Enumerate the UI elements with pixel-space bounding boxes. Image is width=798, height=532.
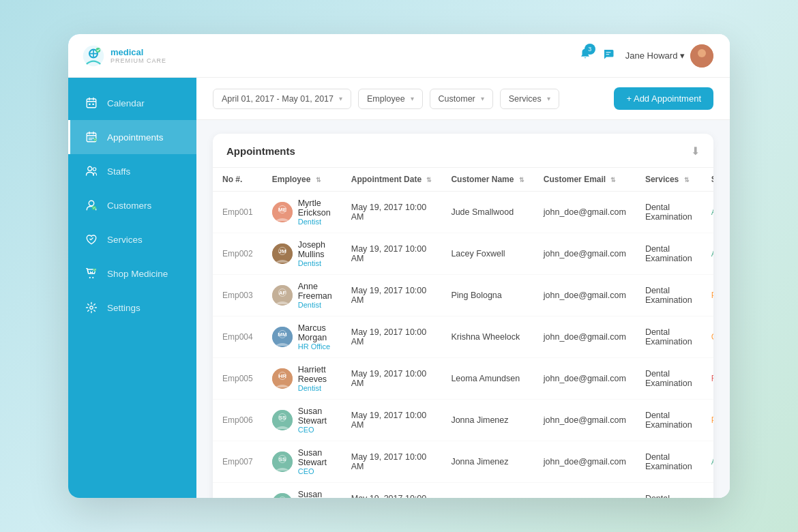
- notification-badge: 3: [585, 44, 595, 55]
- sidebar-item-label: Calendar: [107, 98, 145, 108]
- main-content: 3 Jane Howard ▾: [196, 34, 730, 498]
- emp-no: Emp004: [222, 332, 253, 342]
- add-appointment-button[interactable]: + Add Appointment: [614, 87, 713, 110]
- svg-text:ME: ME: [278, 207, 287, 213]
- status-badge: Pending: [711, 291, 713, 300]
- shop-icon: [84, 266, 99, 281]
- emp-role: CEO: [298, 426, 332, 434]
- emp-no-cell: Emp001: [213, 192, 263, 233]
- emp-role: Dentist: [298, 218, 332, 226]
- col-services: Services ⇅: [636, 168, 702, 192]
- header: 3 Jane Howard ▾: [196, 34, 730, 78]
- services-cell: Dental Examination: [636, 233, 702, 275]
- calendar-icon: [84, 95, 99, 110]
- employee-cell: AF Anne Freeman Dentist: [263, 275, 342, 316]
- sidebar-item-shop[interactable]: Shop Medicine: [68, 256, 196, 291]
- download-icon[interactable]: ⬇: [691, 145, 700, 158]
- table-row: Emp006 SS Susan Stewart CEO May 19, 2017…: [213, 400, 713, 441]
- table-row: Emp005 HR Harriett Reeves Dentist May 19…: [213, 358, 713, 400]
- employee-cell: JM Joseph Mullins Dentist: [263, 233, 342, 275]
- table-row: Emp001 ME Myrtle Erickson Dentist May 19…: [213, 192, 713, 233]
- services-filter-value: Services: [509, 94, 542, 104]
- sidebar-item-customers[interactable]: Customers: [68, 188, 196, 222]
- emp-no-cell: Emp008: [213, 483, 263, 499]
- emp-no-cell: Emp003: [213, 275, 263, 316]
- content-area: Appointments ⬇ No #. Employee ⇅ Appointm…: [196, 120, 730, 498]
- customer-email-cell: john_doe@gmail.com: [534, 275, 636, 316]
- emp-role: Dentist: [298, 259, 332, 267]
- date-range-filter[interactable]: April 01, 2017 - May 01, 2017 ▾: [213, 89, 351, 109]
- customer-email-cell: john_doe@gmail.com: [534, 233, 636, 275]
- sidebar-item-services[interactable]: Services: [68, 222, 196, 256]
- status-cell: Pending: [702, 400, 713, 441]
- employee-cell: HR Harriett Reeves Dentist: [263, 358, 342, 400]
- col-date: Appointment Date ⇅: [342, 168, 442, 192]
- sidebar-item-appointments[interactable]: Appointments: [68, 120, 196, 154]
- employee-cell: MM Marcus Morgan HR Office: [263, 316, 342, 358]
- emp-name: Joseph Mullins: [298, 240, 332, 259]
- appointment-date-cell: May 19, 2017 10:00 AM: [342, 275, 442, 316]
- emp-info: Harriett Reeves Dentist: [298, 365, 332, 392]
- services-cell: Dental Examination: [636, 400, 702, 441]
- emp-info: Susan Stewart CEO: [298, 490, 332, 498]
- emp-cell: MM Marcus Morgan HR Office: [272, 323, 332, 351]
- status-badge: Pending: [711, 415, 713, 425]
- svg-text:HR: HR: [278, 373, 286, 379]
- appointments-icon: [84, 130, 99, 145]
- emp-cell: ME Myrtle Erickson Dentist: [272, 198, 332, 226]
- customer-email-cell: john_doe@gmail.com: [534, 400, 636, 441]
- header-icons: 3 Jane Howard ▾: [579, 44, 713, 68]
- services-cell: Dental Examination: [636, 316, 702, 358]
- avatar: [690, 44, 713, 68]
- table-row: Emp002 JM Joseph Mullins Dentist May 19,…: [213, 233, 713, 275]
- employee-cell: ME Myrtle Erickson Dentist: [263, 192, 342, 233]
- sidebar-item-settings[interactable]: Settings: [68, 291, 196, 325]
- message-button[interactable]: [602, 48, 615, 63]
- employee-cell: SS Susan Stewart CEO: [263, 400, 342, 441]
- emp-cell: SS Susan Stewart CEO: [272, 490, 332, 498]
- customer-name-cell: Jonna Jimenez: [441, 400, 533, 441]
- notification-button[interactable]: 3: [579, 48, 591, 63]
- services-filter[interactable]: Services ▾: [500, 89, 559, 109]
- customer-email-cell: john_doe@gmail.com: [534, 192, 636, 233]
- sidebar-item-staffs[interactable]: Staffs: [68, 154, 196, 188]
- user-info[interactable]: Jane Howard ▾: [625, 44, 713, 68]
- customer-name-cell: Jonna Jimenez: [441, 483, 533, 499]
- emp-name: Myrtle Erickson: [298, 198, 332, 218]
- emp-no-cell: Emp007: [213, 441, 263, 483]
- svg-point-12: [89, 277, 91, 278]
- employee-filter[interactable]: Employee ▾: [358, 89, 423, 109]
- status-cell: Approved: [702, 233, 713, 275]
- employee-filter-value: Employee: [367, 94, 405, 104]
- emp-avatar: MM: [272, 327, 293, 347]
- status-badge: Rejected: [711, 374, 713, 383]
- svg-point-2: [95, 48, 100, 53]
- customers-icon: [84, 198, 99, 213]
- services-cell: Dental Examination: [636, 483, 702, 499]
- svg-point-13: [92, 277, 93, 278]
- emp-info: Anne Freeman Dentist: [298, 282, 332, 309]
- status-badge: Approved: [711, 207, 713, 217]
- chevron-down-icon: ▾: [547, 95, 550, 102]
- svg-text:SS: SS: [278, 415, 286, 421]
- add-button-label: + Add Appointment: [626, 93, 701, 104]
- appointment-date-cell: May 19, 2017 10:00 AM: [342, 358, 442, 400]
- services-cell: Dental Examination: [636, 441, 702, 483]
- sidebar-nav: Calendar Appointments: [68, 78, 196, 325]
- logo-sub: PREMIUM CARE: [110, 57, 166, 64]
- svg-text:MM: MM: [278, 331, 287, 338]
- customer-filter[interactable]: Customer ▾: [430, 89, 493, 109]
- emp-name: Anne Freeman: [298, 282, 332, 301]
- toolbar: April 01, 2017 - May 01, 2017 ▾ Employee…: [196, 78, 730, 120]
- sidebar: medical PREMIUM CARE Calendar: [68, 34, 196, 498]
- appointment-date-cell: May 19, 2017 10:00 AM: [342, 441, 442, 483]
- emp-no-cell: Emp005: [213, 358, 263, 400]
- col-status: Status ⇅: [702, 168, 713, 192]
- appointment-date-cell: May 19, 2017 10:00 AM: [342, 483, 442, 499]
- table-header: No #. Employee ⇅ Appointment Date ⇅ Cust…: [213, 168, 713, 192]
- services-cell: Dental Examination: [636, 192, 702, 233]
- emp-cell: JM Joseph Mullins Dentist: [272, 240, 332, 267]
- sidebar-item-calendar[interactable]: Calendar: [68, 86, 196, 120]
- logo-icon: [82, 44, 105, 68]
- emp-no: Emp006: [222, 415, 253, 425]
